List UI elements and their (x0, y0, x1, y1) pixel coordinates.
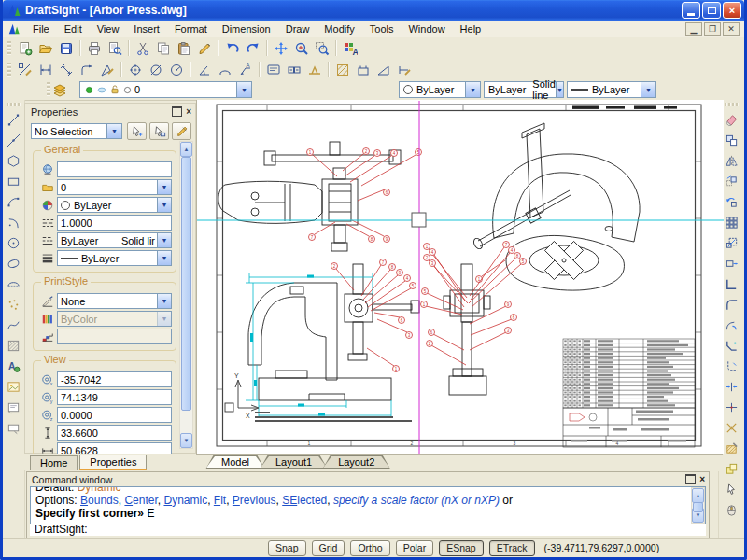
close-panel-icon[interactable]: × (699, 475, 705, 484)
layers-manager-button[interactable] (49, 80, 70, 100)
command-option-dynamic[interactable]: Dynamic (163, 494, 207, 507)
menu-draw[interactable]: Draw (278, 22, 317, 35)
annotation-button[interactable] (263, 60, 284, 79)
command-scrollbar[interactable]: ▲ ▼ (691, 487, 705, 524)
maximize-button[interactable] (702, 2, 721, 19)
toolbar-grip[interactable] (7, 103, 21, 106)
print-preview-button[interactable] (105, 38, 125, 58)
tolerance-button[interactable] (284, 60, 304, 79)
layout-tab-layout2[interactable]: Layout2 (322, 455, 390, 469)
center-mark-button[interactable] (125, 60, 146, 79)
status-toggle-ortho[interactable]: Ortho (350, 540, 389, 556)
pan-button[interactable] (271, 38, 291, 58)
doc-minimize-button[interactable]: ▁ (685, 22, 702, 36)
datum-target-button[interactable] (353, 60, 374, 79)
status-toggle-polar[interactable]: Polar (396, 540, 434, 556)
mouse-settings-button[interactable] (722, 499, 742, 520)
new-file-button[interactable] (15, 38, 35, 58)
select-settings-button[interactable] (722, 479, 742, 499)
menu-file[interactable]: File (25, 22, 57, 35)
color-options-button[interactable]: A (340, 38, 360, 58)
chevron-down-icon[interactable]: ▼ (641, 82, 655, 97)
toolbar-grip[interactable] (7, 63, 11, 77)
redo-button[interactable] (243, 38, 263, 58)
panel-tab-home[interactable]: Home (30, 455, 78, 470)
zoom-window-button[interactable] (312, 38, 332, 58)
circle-button[interactable] (4, 232, 24, 253)
selection-combo[interactable]: No Selection ▼ (31, 123, 122, 139)
scroll-down-icon[interactable]: ▼ (180, 433, 192, 448)
line-color-field[interactable]: ByLayer▼ (57, 197, 172, 213)
format-painter-button[interactable] (194, 38, 215, 58)
panel-tab-properties[interactable]: Properties (79, 455, 147, 470)
layout-tab-model[interactable]: Model (205, 455, 265, 469)
toolbar-grip[interactable] (725, 103, 740, 106)
menu-edit[interactable]: Edit (57, 22, 90, 35)
pattern-button[interactable] (722, 212, 742, 232)
select-matching-button[interactable] (149, 122, 169, 140)
weld-symbol-button[interactable] (304, 60, 325, 79)
chevron-down-icon[interactable]: ▼ (157, 180, 171, 194)
annotation-note-button[interactable] (4, 417, 24, 438)
note-text-button[interactable]: A (4, 356, 24, 376)
linestyle-dropdown[interactable]: ByLayer Solid line ▼ (484, 81, 564, 98)
linetype-scale-field[interactable]: 1.0000 (57, 215, 172, 231)
slope-button[interactable] (374, 60, 394, 79)
zoom-dynamic-button[interactable] (291, 38, 312, 58)
chevron-down-icon[interactable]: ▼ (236, 82, 251, 97)
extend-button[interactable] (722, 376, 742, 397)
lineweight-dropdown[interactable]: ByLayer ▼ (567, 81, 656, 98)
menu-modify[interactable]: Modify (317, 22, 361, 35)
line-weight-field[interactable]: ByLayer▼ (57, 250, 172, 266)
linecolor-dropdown[interactable]: ByLayer ▼ (399, 81, 481, 98)
fillet-arc-button[interactable] (722, 315, 742, 335)
chamfer-button[interactable] (722, 335, 742, 356)
ordinate-dimension-button[interactable] (77, 60, 97, 79)
view-height-field[interactable]: 33.6600 (57, 425, 172, 441)
stretch-button[interactable] (722, 253, 742, 273)
status-toggle-snap[interactable]: Snap (268, 540, 306, 556)
explode-button[interactable] (722, 417, 742, 438)
smart-dimension-button[interactable] (15, 60, 35, 79)
command-option-selected[interactable]: SElected (282, 494, 327, 507)
aligned-dimension-button[interactable] (56, 60, 77, 79)
view-z-field[interactable]: 0.0000 (57, 407, 172, 423)
chevron-down-icon[interactable]: ▼ (556, 82, 563, 97)
minimize-button[interactable] (682, 2, 700, 19)
drawing-viewport[interactable]: 1234 (196, 100, 724, 454)
float-panel-icon[interactable] (685, 474, 696, 484)
menu-view[interactable]: View (90, 22, 127, 35)
diameter-dimension-button[interactable] (146, 60, 166, 79)
doc-close-button[interactable]: ✕ (723, 22, 740, 36)
open-file-button[interactable] (35, 38, 56, 58)
command-history[interactable]: Default: Dynamic Options: Bounds, Center… (30, 486, 706, 525)
trim-button[interactable] (722, 356, 742, 376)
edit-length-button[interactable] (722, 273, 742, 294)
menu-help[interactable]: Help (453, 22, 489, 35)
angular-dimension-button[interactable] (194, 60, 215, 79)
paste-button[interactable] (174, 38, 194, 58)
mirror-button[interactable] (722, 150, 742, 171)
move-button[interactable] (722, 171, 742, 191)
rotate-button[interactable] (722, 191, 742, 212)
cut-button[interactable] (133, 38, 153, 58)
status-toggle-etrack[interactable]: ETrack (489, 540, 535, 556)
command-option-scale[interactable]: specify a scale factor (nX or nXP) (333, 494, 500, 507)
spline-button[interactable] (4, 315, 24, 335)
chevron-down-icon[interactable]: ▼ (106, 124, 121, 138)
command-option-center[interactable]: Center (124, 494, 157, 507)
command-input[interactable]: DraftSight: (30, 524, 706, 536)
arc-start-center-button[interactable] (4, 212, 24, 232)
menu-dimension[interactable]: Dimension (215, 22, 278, 35)
status-toggle-grid[interactable]: Grid (312, 540, 345, 556)
select-entities-button[interactable] (127, 122, 147, 140)
leader-button[interactable]: A (235, 60, 256, 79)
radius-dimension-button[interactable] (166, 60, 187, 79)
chevron-down-icon[interactable]: ▼ (157, 251, 171, 265)
line-button[interactable] (4, 109, 24, 130)
properties-scrollbar[interactable]: ▲ ▼ (179, 141, 193, 449)
view-y-field[interactable]: 74.1349 (57, 389, 172, 405)
arc-length-dimension-button[interactable] (215, 60, 235, 79)
copy-entity-button[interactable] (722, 130, 742, 150)
scroll-up-icon[interactable]: ▲ (180, 142, 192, 157)
